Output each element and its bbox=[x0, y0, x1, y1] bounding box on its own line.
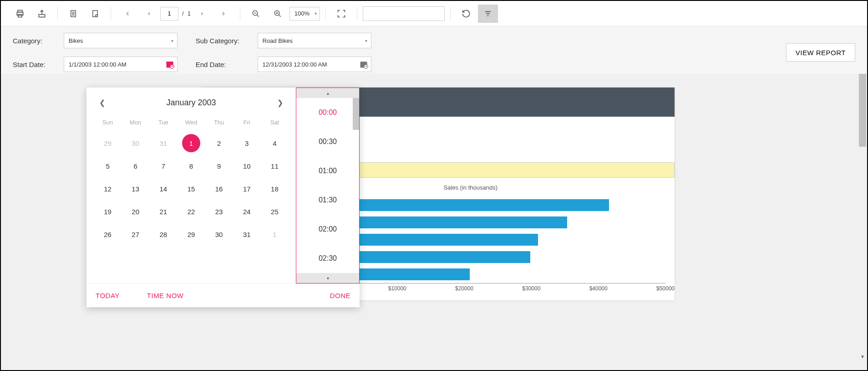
time-option[interactable]: 02:30 bbox=[296, 244, 359, 273]
fit-page-icon[interactable] bbox=[331, 5, 351, 23]
cal-day[interactable]: 20 bbox=[122, 201, 149, 222]
category-select[interactable]: Bikes bbox=[64, 33, 178, 48]
startdate-field[interactable]: 1/1/2003 12:00:00 AM bbox=[64, 57, 178, 72]
next-month-icon[interactable]: ❯ bbox=[274, 97, 287, 109]
svg-rect-3 bbox=[39, 14, 45, 17]
datetime-picker: ❮ January 2003 ❯ SunMonTueWedThuFriSat29… bbox=[86, 88, 360, 307]
svg-rect-8 bbox=[93, 10, 98, 17]
dow-header: Sun bbox=[94, 116, 122, 130]
page-total: 1 bbox=[188, 10, 191, 17]
subcategory-select[interactable]: Road Bikes bbox=[258, 33, 371, 48]
cal-day[interactable]: 2 bbox=[205, 133, 233, 153]
search-input[interactable] bbox=[366, 10, 443, 17]
cal-day[interactable]: 18 bbox=[261, 179, 289, 199]
calendar-icon[interactable] bbox=[165, 60, 174, 69]
cal-day[interactable]: 10 bbox=[233, 156, 261, 176]
prev-month-icon[interactable]: ❮ bbox=[96, 97, 109, 109]
next-page-icon[interactable] bbox=[193, 5, 213, 23]
cal-day[interactable]: 1 bbox=[182, 134, 200, 152]
zoom-out-icon[interactable] bbox=[246, 5, 266, 23]
svg-line-14 bbox=[279, 15, 281, 17]
svg-rect-23 bbox=[166, 62, 173, 63]
dow-header: Mon bbox=[122, 116, 149, 130]
page-sep: / bbox=[182, 10, 184, 17]
cal-day[interactable]: 8 bbox=[177, 156, 205, 176]
chart-tick: $20000 bbox=[455, 285, 473, 292]
search-box[interactable] bbox=[363, 6, 445, 21]
svg-point-9 bbox=[96, 15, 98, 17]
today-button[interactable]: TODAY bbox=[96, 292, 120, 299]
dow-header: Fri bbox=[233, 116, 261, 130]
time-option[interactable]: 01:30 bbox=[296, 186, 359, 215]
time-list: ▴ 00:0000:3001:0001:3002:0002:30 ▾ bbox=[296, 88, 360, 283]
cal-day[interactable]: 31 bbox=[233, 224, 261, 244]
cal-day[interactable]: 28 bbox=[149, 224, 177, 244]
time-option[interactable]: 01:00 bbox=[296, 156, 359, 186]
page-setup-icon[interactable] bbox=[85, 5, 105, 23]
scroll-down-icon[interactable]: ▼ bbox=[858, 352, 867, 361]
chart-bar bbox=[330, 234, 538, 246]
cal-day[interactable]: 26 bbox=[94, 224, 122, 244]
cal-day[interactable]: 22 bbox=[177, 201, 205, 222]
cal-day[interactable]: 29 bbox=[177, 224, 205, 244]
chart-tick: $10000 bbox=[388, 285, 406, 292]
cal-day[interactable]: 9 bbox=[205, 156, 233, 176]
cal-day[interactable]: 5 bbox=[94, 156, 122, 176]
month-title[interactable]: January 2003 bbox=[166, 98, 216, 108]
cal-day[interactable]: 7 bbox=[149, 156, 177, 176]
dow-header: Thu bbox=[205, 116, 233, 130]
cal-day[interactable]: 11 bbox=[261, 156, 289, 176]
print-icon[interactable] bbox=[10, 5, 30, 23]
cal-day-next[interactable]: 1 bbox=[261, 224, 289, 244]
time-scroll-down-icon[interactable]: ▾ bbox=[296, 273, 359, 283]
cal-day[interactable]: 19 bbox=[94, 201, 122, 222]
calendar-icon[interactable] bbox=[359, 60, 368, 69]
scrollbar-thumb[interactable] bbox=[859, 74, 866, 147]
time-now-button[interactable]: TIME NOW bbox=[147, 292, 184, 299]
cal-day[interactable]: 23 bbox=[205, 201, 233, 222]
time-scroll-up-icon[interactable]: ▴ bbox=[296, 88, 359, 98]
filter-icon[interactable] bbox=[478, 5, 498, 23]
enddate-label: End Date: bbox=[196, 61, 239, 68]
enddate-field[interactable]: 12/31/2003 12:00:00 AM bbox=[258, 57, 371, 72]
cal-day[interactable]: 16 bbox=[205, 179, 233, 199]
page-current-input[interactable] bbox=[160, 7, 178, 21]
first-page-icon[interactable] bbox=[117, 5, 137, 23]
cal-day[interactable]: 30 bbox=[205, 224, 233, 244]
view-report-button[interactable]: VIEW REPORT bbox=[786, 43, 855, 62]
cal-day-prev[interactable]: 31 bbox=[149, 133, 177, 153]
chart-bar bbox=[330, 216, 567, 228]
time-option[interactable]: 00:00 bbox=[296, 98, 359, 127]
svg-line-11 bbox=[257, 15, 259, 17]
parameter-panel: Category: Bikes Sub Category: Road Bikes… bbox=[1, 26, 867, 79]
dow-header: Tue bbox=[149, 116, 177, 130]
cal-day[interactable]: 25 bbox=[261, 201, 289, 222]
export-icon[interactable] bbox=[32, 5, 52, 23]
cal-day-prev[interactable]: 30 bbox=[122, 133, 149, 153]
cal-day[interactable]: 27 bbox=[122, 224, 149, 244]
cal-day[interactable]: 17 bbox=[233, 179, 261, 199]
refresh-icon[interactable] bbox=[456, 5, 476, 23]
cal-day[interactable]: 12 bbox=[94, 179, 122, 199]
cal-day[interactable]: 6 bbox=[122, 156, 149, 176]
cal-day[interactable]: 21 bbox=[149, 201, 177, 222]
cal-day[interactable]: 3 bbox=[233, 133, 261, 153]
cal-day[interactable]: 14 bbox=[149, 179, 177, 199]
chart-tick: $50000 bbox=[656, 285, 675, 292]
prev-page-icon[interactable] bbox=[138, 5, 158, 23]
zoom-in-icon[interactable] bbox=[268, 5, 288, 23]
cal-day[interactable]: 15 bbox=[177, 179, 205, 199]
done-button[interactable]: DONE bbox=[330, 292, 350, 299]
time-option[interactable]: 00:30 bbox=[296, 127, 359, 156]
time-option[interactable]: 02:00 bbox=[296, 215, 359, 244]
cal-day[interactable]: 13 bbox=[122, 179, 149, 199]
page-layout-icon[interactable] bbox=[63, 5, 83, 23]
cal-day-prev[interactable]: 29 bbox=[94, 133, 122, 153]
chart-tick: $40000 bbox=[589, 285, 608, 292]
cal-day[interactable]: 4 bbox=[261, 133, 289, 153]
time-scrollbar-thumb[interactable] bbox=[353, 98, 359, 130]
vertical-scrollbar[interactable]: ▼ bbox=[858, 74, 867, 361]
last-page-icon[interactable] bbox=[214, 5, 234, 23]
cal-day[interactable]: 24 bbox=[233, 201, 261, 222]
zoom-select[interactable]: 100% bbox=[289, 7, 320, 21]
